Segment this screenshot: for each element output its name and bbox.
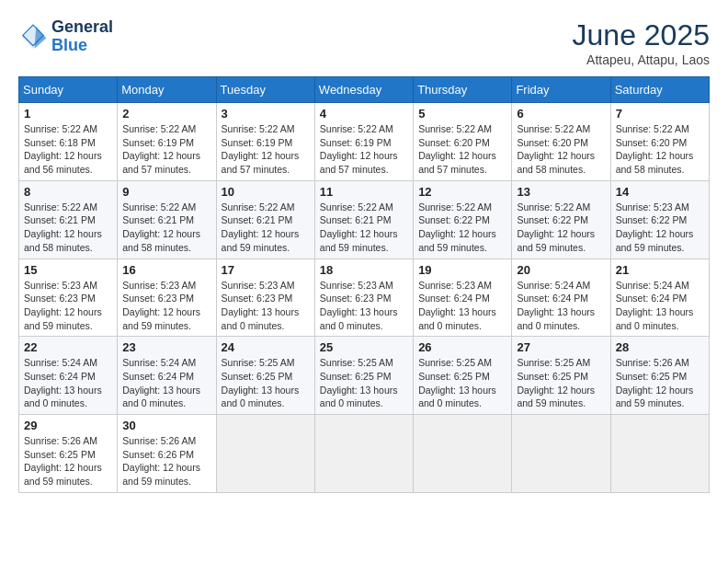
calendar-day-cell: 4 Sunrise: 5:22 AMSunset: 6:19 PMDayligh…: [314, 103, 413, 181]
day-info: Sunrise: 5:23 AMSunset: 6:22 PMDaylight:…: [616, 201, 694, 253]
calendar-day-cell: 11 Sunrise: 5:22 AMSunset: 6:21 PMDaylig…: [314, 180, 413, 259]
calendar-day-cell: 2 Sunrise: 5:22 AMSunset: 6:19 PMDayligh…: [118, 103, 216, 181]
day-info: Sunrise: 5:25 AMSunset: 6:25 PMDaylight:…: [222, 357, 300, 408]
calendar-week-row: 29 Sunrise: 5:26 AMSunset: 6:25 PMDaylig…: [19, 415, 710, 493]
day-number: 12: [418, 185, 506, 199]
weekday-header: Sunday: [19, 77, 118, 103]
weekday-header: Saturday: [610, 77, 709, 103]
day-info: Sunrise: 5:24 AMSunset: 6:24 PMDaylight:…: [517, 280, 595, 331]
calendar-day-cell: [314, 415, 413, 493]
day-number: 5: [418, 107, 506, 121]
day-number: 8: [24, 185, 112, 199]
calendar-day-cell: 17 Sunrise: 5:23 AMSunset: 6:23 PMDaylig…: [216, 259, 314, 337]
day-info: Sunrise: 5:22 AMSunset: 6:20 PMDaylight:…: [616, 123, 694, 175]
calendar-day-cell: 21 Sunrise: 5:24 AMSunset: 6:24 PMDaylig…: [610, 259, 709, 337]
day-info: Sunrise: 5:24 AMSunset: 6:24 PMDaylight:…: [24, 357, 102, 408]
calendar-table: SundayMondayTuesdayWednesdayThursdayFrid…: [18, 76, 710, 493]
day-number: 17: [222, 263, 310, 277]
day-info: Sunrise: 5:22 AMSunset: 6:18 PMDaylight:…: [24, 123, 102, 175]
calendar-day-cell: 20 Sunrise: 5:24 AMSunset: 6:24 PMDaylig…: [512, 259, 610, 337]
calendar-day-cell: 25 Sunrise: 5:25 AMSunset: 6:25 PMDaylig…: [314, 337, 413, 415]
calendar-day-cell: 7 Sunrise: 5:22 AMSunset: 6:20 PMDayligh…: [610, 103, 709, 181]
day-info: Sunrise: 5:23 AMSunset: 6:23 PMDaylight:…: [320, 280, 398, 331]
day-info: Sunrise: 5:22 AMSunset: 6:19 PMDaylight:…: [320, 123, 398, 175]
weekday-header: Friday: [512, 77, 610, 103]
day-info: Sunrise: 5:22 AMSunset: 6:21 PMDaylight:…: [24, 201, 102, 253]
day-info: Sunrise: 5:22 AMSunset: 6:21 PMDaylight:…: [122, 201, 200, 253]
calendar-day-cell: 24 Sunrise: 5:25 AMSunset: 6:25 PMDaylig…: [216, 337, 314, 415]
day-info: Sunrise: 5:22 AMSunset: 6:20 PMDaylight:…: [418, 123, 496, 175]
calendar-day-cell: 8 Sunrise: 5:22 AMSunset: 6:21 PMDayligh…: [19, 180, 118, 259]
day-info: Sunrise: 5:26 AMSunset: 6:26 PMDaylight:…: [122, 435, 200, 487]
logo: General Blue: [18, 18, 113, 55]
day-info: Sunrise: 5:26 AMSunset: 6:25 PMDaylight:…: [24, 435, 102, 487]
day-info: Sunrise: 5:25 AMSunset: 6:25 PMDaylight:…: [320, 357, 398, 408]
month-title: June 2025: [573, 18, 710, 52]
day-number: 4: [320, 107, 408, 121]
calendar-week-row: 22 Sunrise: 5:24 AMSunset: 6:24 PMDaylig…: [19, 337, 710, 415]
day-info: Sunrise: 5:22 AMSunset: 6:22 PMDaylight:…: [418, 201, 496, 253]
calendar-week-row: 1 Sunrise: 5:22 AMSunset: 6:18 PMDayligh…: [19, 103, 710, 181]
day-number: 11: [320, 185, 408, 199]
day-number: 9: [122, 185, 210, 199]
calendar-day-cell: 1 Sunrise: 5:22 AMSunset: 6:18 PMDayligh…: [19, 103, 118, 181]
calendar-day-cell: 5 Sunrise: 5:22 AMSunset: 6:20 PMDayligh…: [414, 103, 512, 181]
calendar-day-cell: 16 Sunrise: 5:23 AMSunset: 6:23 PMDaylig…: [118, 259, 216, 337]
day-number: 2: [122, 107, 210, 121]
day-info: Sunrise: 5:22 AMSunset: 6:21 PMDaylight:…: [320, 201, 398, 253]
calendar-day-cell: 15 Sunrise: 5:23 AMSunset: 6:23 PMDaylig…: [19, 259, 118, 337]
day-number: 22: [24, 340, 112, 354]
calendar-day-cell: 14 Sunrise: 5:23 AMSunset: 6:22 PMDaylig…: [610, 180, 709, 259]
day-number: 19: [418, 263, 506, 277]
day-number: 13: [517, 185, 605, 199]
day-info: Sunrise: 5:23 AMSunset: 6:23 PMDaylight:…: [222, 280, 300, 331]
day-number: 21: [616, 263, 704, 277]
weekday-header: Tuesday: [216, 77, 314, 103]
calendar-day-cell: 13 Sunrise: 5:22 AMSunset: 6:22 PMDaylig…: [512, 180, 610, 259]
day-number: 30: [122, 419, 210, 432]
day-number: 27: [517, 340, 605, 354]
day-info: Sunrise: 5:22 AMSunset: 6:19 PMDaylight:…: [122, 123, 200, 175]
day-number: 1: [24, 107, 112, 121]
day-number: 7: [616, 107, 704, 121]
calendar-day-cell: 29 Sunrise: 5:26 AMSunset: 6:25 PMDaylig…: [19, 415, 118, 493]
day-info: Sunrise: 5:26 AMSunset: 6:25 PMDaylight:…: [616, 357, 694, 408]
calendar-day-cell: [512, 415, 610, 493]
title-area: June 2025 Attapeu, Attapu, Laos: [573, 18, 710, 67]
calendar-day-cell: [216, 415, 314, 493]
calendar-week-row: 8 Sunrise: 5:22 AMSunset: 6:21 PMDayligh…: [19, 180, 710, 259]
calendar-day-cell: 19 Sunrise: 5:23 AMSunset: 6:24 PMDaylig…: [414, 259, 512, 337]
day-info: Sunrise: 5:22 AMSunset: 6:20 PMDaylight:…: [517, 123, 595, 175]
day-number: 3: [222, 107, 310, 121]
day-info: Sunrise: 5:23 AMSunset: 6:23 PMDaylight:…: [122, 280, 200, 331]
day-number: 20: [517, 263, 605, 277]
day-number: 15: [24, 263, 112, 277]
calendar-day-cell: 22 Sunrise: 5:24 AMSunset: 6:24 PMDaylig…: [19, 337, 118, 415]
day-info: Sunrise: 5:22 AMSunset: 6:22 PMDaylight:…: [517, 201, 595, 253]
calendar-week-row: 15 Sunrise: 5:23 AMSunset: 6:23 PMDaylig…: [19, 259, 710, 337]
day-number: 25: [320, 340, 408, 354]
day-info: Sunrise: 5:25 AMSunset: 6:25 PMDaylight:…: [418, 357, 496, 408]
calendar-day-cell: 28 Sunrise: 5:26 AMSunset: 6:25 PMDaylig…: [610, 337, 709, 415]
calendar-day-cell: 27 Sunrise: 5:25 AMSunset: 6:25 PMDaylig…: [512, 337, 610, 415]
location-title: Attapeu, Attapu, Laos: [573, 52, 710, 67]
day-info: Sunrise: 5:24 AMSunset: 6:24 PMDaylight:…: [122, 357, 200, 408]
day-info: Sunrise: 5:23 AMSunset: 6:24 PMDaylight:…: [418, 280, 496, 331]
calendar-day-cell: [414, 415, 512, 493]
calendar-day-cell: 6 Sunrise: 5:22 AMSunset: 6:20 PMDayligh…: [512, 103, 610, 181]
day-number: 28: [616, 340, 704, 354]
day-number: 23: [122, 340, 210, 354]
day-info: Sunrise: 5:22 AMSunset: 6:19 PMDaylight:…: [222, 123, 300, 175]
day-info: Sunrise: 5:23 AMSunset: 6:23 PMDaylight:…: [24, 280, 102, 331]
calendar-day-cell: 18 Sunrise: 5:23 AMSunset: 6:23 PMDaylig…: [314, 259, 413, 337]
logo-icon: [18, 22, 48, 52]
calendar-day-cell: 9 Sunrise: 5:22 AMSunset: 6:21 PMDayligh…: [118, 180, 216, 259]
page-header: General Blue June 2025 Attapeu, Attapu, …: [18, 18, 710, 67]
logo-text: General Blue: [51, 18, 113, 55]
day-number: 16: [122, 263, 210, 277]
day-info: Sunrise: 5:22 AMSunset: 6:21 PMDaylight:…: [222, 201, 300, 253]
day-number: 24: [222, 340, 310, 354]
calendar-day-cell: 3 Sunrise: 5:22 AMSunset: 6:19 PMDayligh…: [216, 103, 314, 181]
day-number: 14: [616, 185, 704, 199]
day-number: 26: [418, 340, 506, 354]
